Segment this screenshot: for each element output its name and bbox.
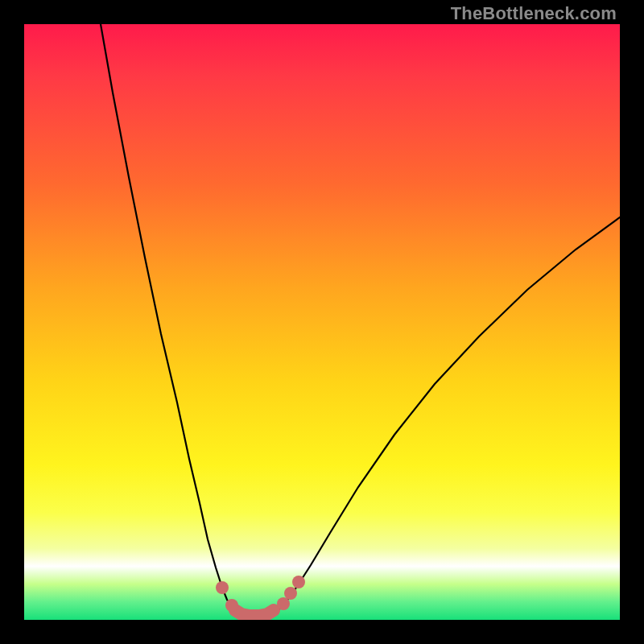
right-marker-2 <box>284 587 297 600</box>
curve-right-branch <box>277 217 620 612</box>
left-marker-upper <box>216 581 229 594</box>
attribution-text: TheBottleneck.com <box>451 3 617 24</box>
left-marker-lower <box>225 599 238 612</box>
bottleneck-curve-plot <box>24 24 620 620</box>
curve-left-branch <box>101 24 240 613</box>
marker-group <box>216 576 305 612</box>
right-marker-3 <box>292 576 305 588</box>
chart-frame <box>24 24 620 620</box>
right-marker-1 <box>277 597 290 610</box>
bottom-thick-arc <box>235 610 274 616</box>
